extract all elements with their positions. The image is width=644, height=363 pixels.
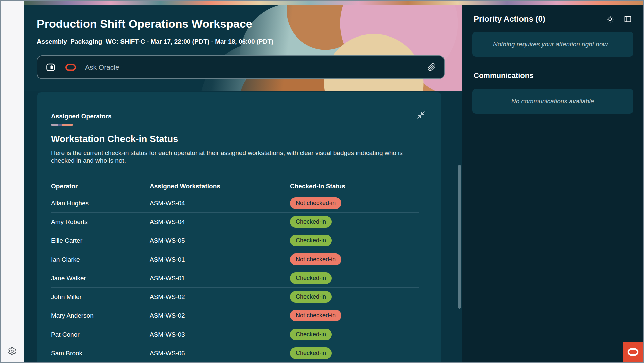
- communications-title: Communications: [474, 71, 632, 80]
- settings-gear-icon[interactable]: [8, 347, 17, 356]
- assigned-operators-card: Assigned Operators Workstation Check-in …: [37, 92, 441, 363]
- main-content: Production Shift Operations Workspace As…: [24, 5, 462, 362]
- workstation-id: ASM-WS-04: [150, 200, 290, 207]
- table-row: Mary Anderson ASM-WS-02 Not checked-in: [51, 306, 419, 325]
- table-row: John Miller ASM-WS-02 Checked-in: [51, 288, 419, 306]
- communications-empty-text: No communications available: [511, 98, 594, 105]
- ask-oracle-input[interactable]: Ask Oracle: [37, 55, 445, 79]
- workstation-id: ASM-WS-01: [150, 256, 290, 263]
- operator-name: Pat Conor: [51, 331, 150, 338]
- scrollbar-thumb[interactable]: [458, 165, 461, 309]
- table-row: Pat Conor ASM-WS-03 Checked-in: [51, 325, 419, 344]
- priority-actions-title: Priority Actions (0): [474, 14, 596, 24]
- oracle-assistant-button[interactable]: [623, 342, 643, 362]
- card-eyebrow: Assigned Operators: [51, 113, 428, 120]
- column-header-status: Checked-in Status: [290, 183, 419, 190]
- operator-name: Ian Clarke: [51, 256, 150, 263]
- status-badge: Not checked-in: [290, 310, 341, 321]
- oracle-logo-icon: [65, 63, 76, 71]
- operator-name: Jane Walker: [51, 275, 150, 282]
- workstation-id: ASM-WS-02: [150, 312, 290, 319]
- status-badge: Checked-in: [290, 272, 332, 284]
- status-badge: Checked-in: [290, 216, 332, 228]
- operator-name: Amy Roberts: [51, 218, 150, 226]
- operator-table: Operator Assigned Workstations Checked-i…: [51, 178, 419, 363]
- operator-name: Mary Anderson: [51, 312, 150, 319]
- oracle-logo-icon: [627, 348, 639, 356]
- collapse-icon[interactable]: [417, 111, 425, 119]
- accent-divider: [51, 124, 73, 126]
- status-badge: Checked-in: [290, 329, 332, 340]
- operator-name: Sam Brook: [51, 350, 150, 357]
- panel-toggle-icon[interactable]: [46, 62, 56, 72]
- priority-actions-panel: Priority Actions (0) Nothing requires yo…: [462, 5, 643, 362]
- page-title: Production Shift Operations Workspace: [37, 17, 252, 30]
- workstation-id: ASM-WS-02: [150, 293, 290, 301]
- paperclip-icon[interactable]: [427, 63, 436, 71]
- decorative-artwork-strip: [24, 1, 643, 5]
- card-title: Workstation Check-in Status: [51, 134, 428, 144]
- workstation-id: ASM-WS-04: [150, 218, 290, 226]
- operator-table-body: Allan Hughes ASM-WS-04 Not checked-in Am…: [51, 194, 419, 363]
- left-rail: [1, 1, 24, 362]
- app-window: Production Shift Operations Workspace As…: [0, 0, 644, 363]
- status-badge: Checked-in: [290, 291, 332, 303]
- operator-name: Allan Hughes: [51, 200, 150, 207]
- column-header-workstations: Assigned Workstations: [150, 183, 290, 190]
- priority-empty-text: Nothing requires your attention right no…: [493, 41, 613, 48]
- status-badge: Checked-in: [290, 235, 332, 246]
- workstation-id: ASM-WS-03: [150, 331, 290, 338]
- operator-name: John Miller: [51, 293, 150, 301]
- status-badge: Not checked-in: [290, 197, 341, 209]
- workstation-id: ASM-WS-05: [150, 237, 290, 244]
- table-row: Jane Walker ASM-WS-01 Checked-in: [51, 269, 419, 288]
- ask-oracle-placeholder: Ask Oracle: [85, 63, 427, 71]
- status-badge: Checked-in: [290, 347, 332, 359]
- communications-empty-card: No communications available: [472, 89, 633, 114]
- column-header-operator: Operator: [51, 183, 150, 190]
- priority-actions-empty-card: Nothing requires your attention right no…: [472, 32, 633, 57]
- table-row: Sam Brook ASM-WS-06 Checked-in: [51, 344, 419, 363]
- sparkle-sun-icon[interactable]: [606, 15, 614, 23]
- shift-subtitle: Assembly_Packaging_WC: SHIFT-C - Mar 17,…: [37, 38, 273, 45]
- table-row: Allan Hughes ASM-WS-04 Not checked-in: [51, 194, 419, 213]
- card-description: Here is the current check-in status for …: [51, 149, 416, 164]
- table-row: Ellie Carter ASM-WS-05 Checked-in: [51, 231, 419, 250]
- status-badge: Not checked-in: [290, 253, 341, 265]
- workstation-id: ASM-WS-06: [150, 350, 290, 357]
- table-row: Ian Clarke ASM-WS-01 Not checked-in: [51, 250, 419, 269]
- table-row: Amy Roberts ASM-WS-04 Checked-in: [51, 213, 419, 231]
- side-panel-icon[interactable]: [624, 15, 632, 23]
- workstation-id: ASM-WS-01: [150, 275, 290, 282]
- table-header-row: Operator Assigned Workstations Checked-i…: [51, 178, 419, 194]
- operator-name: Ellie Carter: [51, 237, 150, 244]
- priority-actions-header: Priority Actions (0): [474, 14, 632, 24]
- workspace-banner: Production Shift Operations Workspace As…: [24, 5, 462, 91]
